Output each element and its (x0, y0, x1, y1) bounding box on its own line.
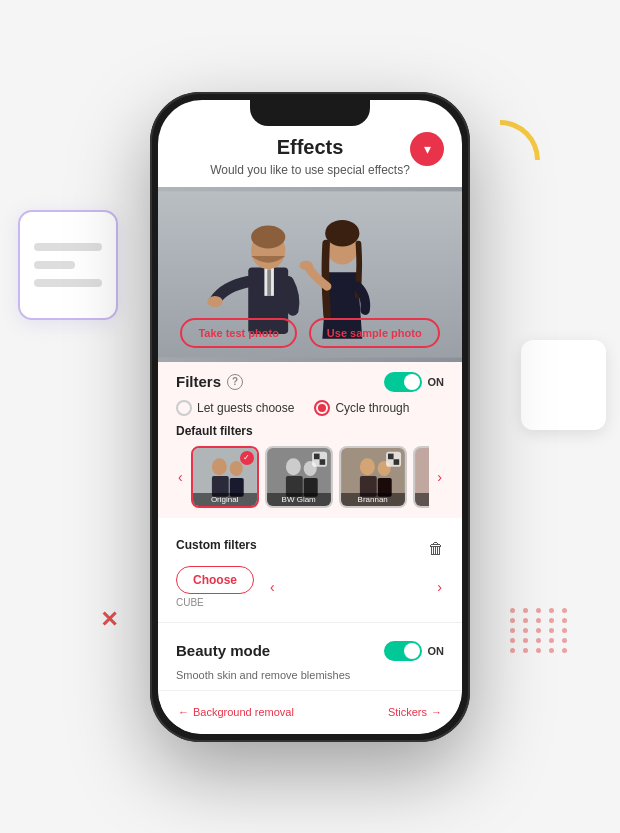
filter-thumbs: ✓ Original (191, 446, 430, 508)
svg-rect-29 (388, 453, 394, 459)
photo-area: Take test photo Use sample photo (158, 187, 462, 362)
filter-thumb-brannan[interactable]: Brannan (339, 446, 407, 508)
page-title: Effects (178, 136, 442, 159)
bottom-navigation: ← Background removal Stickers → (158, 690, 462, 734)
deco-card-left (18, 210, 118, 320)
beauty-mode-header-row: Beauty mode ON (176, 641, 444, 661)
beauty-toggle-row: ON (384, 641, 445, 661)
phone-content: Effects Would you like to use special ef… (158, 100, 462, 734)
custom-filter-next-arrow[interactable]: › (435, 579, 444, 595)
filter-thumb-nashville[interactable]: Nashville (413, 446, 430, 508)
filters-title: Filters (176, 373, 221, 390)
svg-point-9 (300, 260, 313, 270)
radio-circle-let-guests (176, 400, 192, 416)
cube-label: CUBE (176, 597, 204, 608)
svg-point-13 (229, 461, 242, 476)
filter-check-original: ✓ (240, 451, 254, 465)
filters-section: Filters ? ON Let guests choose (158, 362, 462, 518)
collapse-button[interactable] (410, 132, 444, 166)
radio-label-let-guests: Let guests choose (197, 401, 294, 415)
trash-icon[interactable]: 🗑 (428, 540, 444, 558)
notch (250, 100, 370, 126)
phone: Effects Would you like to use special ef… (150, 92, 470, 742)
next-nav-link[interactable]: Stickers → (388, 706, 442, 718)
radio-options-row: Let guests choose Cycle through (176, 400, 444, 416)
beauty-mode-section: Beauty mode ON Smooth skin and remove bl… (158, 629, 462, 689)
choose-section: Choose CUBE (176, 566, 254, 608)
choose-arrows-row: Choose CUBE ‹ › (176, 566, 444, 608)
svg-rect-30 (393, 459, 399, 465)
choose-button[interactable]: Choose (176, 566, 254, 594)
beauty-description: Smooth skin and remove blemishes (176, 669, 444, 681)
deco-card-right (521, 340, 606, 430)
deco-yellow-arc (460, 120, 540, 200)
svg-point-11 (212, 458, 227, 475)
back-nav-link[interactable]: ← Background removal (178, 706, 294, 718)
page-subtitle: Would you like to use special effects? (178, 163, 442, 177)
use-sample-photo-button[interactable]: Use sample photo (309, 318, 440, 348)
filters-toggle-row: ON (384, 372, 445, 392)
radio-let-guests[interactable]: Let guests choose (176, 400, 294, 416)
filters-toggle-label: ON (428, 376, 445, 388)
svg-point-24 (360, 458, 375, 475)
filter-thumb-original[interactable]: ✓ Original (191, 446, 259, 508)
deco-line (34, 261, 75, 269)
default-filters-title: Default filters (176, 424, 444, 438)
filter-thumb-bw-glam[interactable]: BW Glam (265, 446, 333, 508)
filter-scroll-area: ‹ ✓ (176, 446, 444, 508)
radio-cycle-through[interactable]: Cycle through (314, 400, 409, 416)
svg-point-8 (325, 219, 359, 246)
radio-circle-cycle-through (314, 400, 330, 416)
filter-label-original: Original (193, 493, 257, 506)
custom-filters-header-row: Custom filters 🗑 (176, 538, 444, 560)
svg-point-16 (286, 458, 301, 475)
radio-label-cycle-through: Cycle through (335, 401, 409, 415)
next-arrow-icon: → (431, 706, 442, 718)
divider (158, 622, 462, 623)
deco-x: ✕ (100, 607, 118, 633)
filters-toggle[interactable] (384, 372, 422, 392)
custom-filters-title: Custom filters (176, 538, 257, 552)
phone-inner: Effects Would you like to use special ef… (158, 100, 462, 734)
svg-rect-22 (319, 459, 325, 465)
filters-title-row: Filters ? (176, 373, 243, 390)
svg-point-5 (251, 225, 285, 248)
beauty-toggle-label: ON (428, 645, 445, 657)
filter-label-brannan: Brannan (341, 493, 405, 506)
filter-prev-arrow[interactable]: ‹ (176, 469, 185, 485)
back-arrow-icon: ← (178, 706, 189, 718)
custom-filter-prev-arrow[interactable]: ‹ (268, 579, 277, 595)
custom-filters-section: Custom filters 🗑 Choose CUBE ‹ › (158, 518, 462, 616)
back-nav-label: Background removal (193, 706, 294, 718)
deco-line (34, 243, 102, 251)
filter-next-arrow[interactable]: › (435, 469, 444, 485)
filter-label-nashville: Nashville (415, 493, 430, 506)
svg-rect-21 (314, 453, 320, 459)
deco-line (34, 279, 102, 287)
help-icon[interactable]: ? (227, 374, 243, 390)
svg-point-6 (207, 295, 222, 306)
photo-buttons: Take test photo Use sample photo (158, 318, 462, 348)
beauty-toggle[interactable] (384, 641, 422, 661)
deco-dots (510, 608, 570, 653)
svg-rect-3 (267, 269, 271, 296)
next-nav-label: Stickers (388, 706, 427, 718)
take-test-photo-button[interactable]: Take test photo (180, 318, 296, 348)
filters-header-row: Filters ? ON (176, 372, 444, 392)
beauty-mode-title: Beauty mode (176, 642, 270, 659)
filter-label-bw-glam: BW Glam (267, 493, 331, 506)
